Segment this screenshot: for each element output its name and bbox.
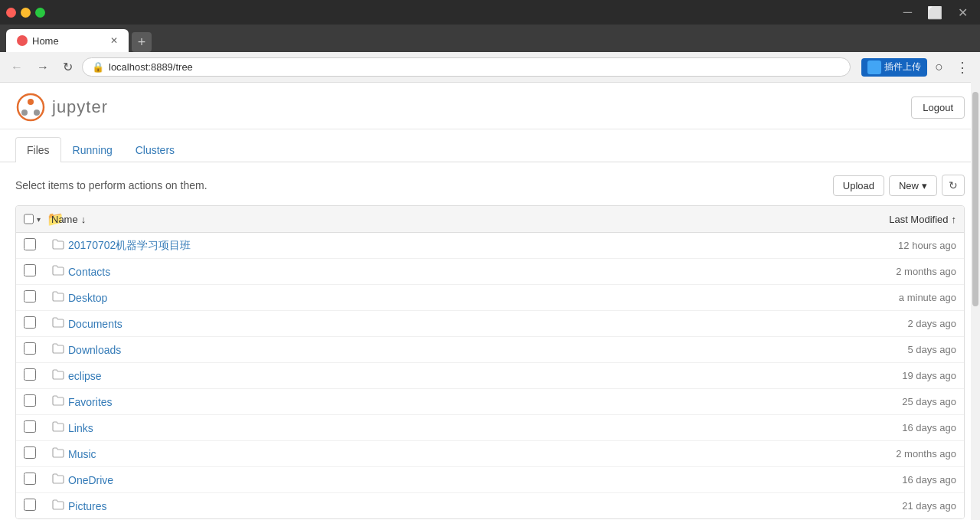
file-rows-container: 20170702机器学习项目班 12 hours ago Contacts 2 … bbox=[16, 233, 964, 518]
new-button[interactable]: New ▾ bbox=[889, 175, 937, 196]
table-row: Music 2 months ago bbox=[16, 441, 964, 467]
select-dropdown-arrow[interactable]: ▾ bbox=[37, 215, 41, 224]
jupyter-logo: jupyter bbox=[15, 92, 108, 123]
table-row: Links 16 days ago bbox=[16, 415, 964, 441]
select-all-checkbox[interactable] bbox=[24, 213, 34, 225]
folder-icon bbox=[51, 263, 65, 280]
row-name-cell: Music bbox=[68, 448, 834, 460]
row-modified-cell: 21 days ago bbox=[834, 500, 956, 512]
forward-button[interactable]: → bbox=[32, 57, 54, 77]
row-modified-cell: 16 days ago bbox=[834, 422, 956, 433]
header-check-area: ▾ 📁 bbox=[24, 211, 51, 227]
table-row: Documents 2 days ago bbox=[16, 311, 964, 337]
select-info: Select items to perform actions on them. bbox=[15, 179, 207, 191]
row-modified-cell: 2 days ago bbox=[834, 318, 956, 329]
file-table: ▾ 📁 Name ↓ Last Modified ↑ bbox=[15, 205, 965, 519]
row-name-cell: 20170702机器学习项目班 bbox=[68, 239, 834, 253]
folder-icon bbox=[51, 394, 65, 410]
reload-button[interactable]: ↻ bbox=[58, 57, 77, 77]
row-name-link[interactable]: eclipse bbox=[68, 370, 102, 382]
row-name-link[interactable]: Desktop bbox=[68, 292, 107, 304]
maximize-btn[interactable]: ⬜ bbox=[921, 4, 949, 21]
tab-running[interactable]: Running bbox=[61, 137, 124, 162]
row-modified-cell: 12 hours ago bbox=[834, 240, 956, 251]
row-name-link[interactable]: Contacts bbox=[68, 266, 110, 278]
row-checkbox-cell bbox=[24, 316, 51, 331]
table-row: Favorites 25 days ago bbox=[16, 389, 964, 415]
col-modified-label: Last Modified bbox=[889, 214, 948, 225]
row-checkbox-cell bbox=[24, 238, 51, 253]
row-checkbox[interactable] bbox=[24, 316, 36, 329]
row-name-link[interactable]: Favorites bbox=[68, 396, 113, 408]
row-checkbox[interactable] bbox=[24, 499, 36, 511]
jupyter-header: jupyter Logout bbox=[0, 83, 980, 129]
row-name-link[interactable]: Music bbox=[68, 448, 96, 460]
row-checkbox-cell bbox=[24, 342, 51, 357]
row-name-cell: Pictures bbox=[68, 500, 834, 512]
row-checkbox[interactable] bbox=[24, 238, 36, 250]
row-name-link[interactable]: OneDrive bbox=[68, 474, 113, 486]
row-checkbox-cell bbox=[24, 368, 51, 383]
row-name-cell: Favorites bbox=[68, 396, 834, 408]
row-checkbox[interactable] bbox=[24, 264, 36, 276]
refresh-button[interactable]: ↻ bbox=[942, 175, 965, 196]
row-checkbox[interactable] bbox=[24, 473, 36, 485]
new-button-label: New bbox=[899, 180, 919, 191]
row-name-cell: eclipse bbox=[68, 370, 834, 382]
table-row: Contacts 2 months ago bbox=[16, 259, 964, 285]
svg-point-0 bbox=[18, 94, 44, 120]
folder-icon bbox=[51, 420, 65, 436]
folder-icon bbox=[51, 237, 65, 253]
col-modified-sort-icon: ↑ bbox=[952, 214, 957, 225]
folder-icon bbox=[51, 289, 65, 306]
tab-clusters[interactable]: Clusters bbox=[124, 137, 186, 162]
upload-button[interactable]: Upload bbox=[833, 175, 884, 196]
logout-button[interactable]: Logout bbox=[911, 96, 965, 119]
back-button[interactable]: ← bbox=[6, 57, 28, 77]
address-text: localhost:8889/tree bbox=[109, 61, 841, 73]
col-modified-header[interactable]: Last Modified ↑ bbox=[834, 214, 956, 225]
folder-icon bbox=[51, 316, 65, 332]
browser-tab-home[interactable]: Home ✕ bbox=[6, 29, 129, 52]
row-name-cell: Desktop bbox=[68, 292, 834, 304]
row-name-link[interactable]: Downloads bbox=[68, 344, 121, 356]
scrollbar-thumb[interactable] bbox=[972, 92, 978, 306]
extension-button[interactable]: 插件上传 bbox=[861, 58, 927, 77]
row-checkbox[interactable] bbox=[24, 420, 36, 433]
tabs-nav: Files Running Clusters bbox=[0, 137, 980, 162]
row-checkbox[interactable] bbox=[24, 446, 36, 459]
folder-icon bbox=[51, 342, 65, 358]
table-header: ▾ 📁 Name ↓ Last Modified ↑ bbox=[16, 206, 964, 233]
address-bar[interactable]: 🔒 localhost:8889/tree bbox=[82, 57, 851, 77]
table-row: 20170702机器学习项目班 12 hours ago bbox=[16, 233, 964, 259]
minimize-btn[interactable]: ─ bbox=[897, 4, 918, 21]
row-checkbox-cell bbox=[24, 420, 51, 435]
folder-icon bbox=[51, 446, 65, 462]
row-modified-cell: 5 days ago bbox=[834, 344, 956, 355]
row-name-cell: OneDrive bbox=[68, 474, 834, 486]
row-checkbox[interactable] bbox=[24, 342, 36, 355]
folder-icon bbox=[51, 368, 65, 384]
extension-icon bbox=[867, 61, 881, 74]
row-modified-cell: a minute ago bbox=[834, 292, 956, 303]
row-checkbox[interactable] bbox=[24, 394, 36, 407]
col-name-header[interactable]: Name ↓ bbox=[51, 214, 834, 225]
table-row: Pictures 21 days ago bbox=[16, 493, 964, 518]
scrollbar-track[interactable] bbox=[971, 52, 980, 520]
tab-close-icon[interactable]: ✕ bbox=[110, 35, 118, 46]
row-name-link[interactable]: 20170702机器学习项目班 bbox=[68, 239, 191, 251]
new-dropdown-icon: ▾ bbox=[922, 180, 927, 191]
row-name-link[interactable]: Links bbox=[68, 422, 93, 434]
new-tab-button[interactable]: + bbox=[132, 32, 152, 52]
row-name-link[interactable]: Documents bbox=[68, 318, 122, 330]
row-name-link[interactable]: Pictures bbox=[68, 500, 107, 512]
row-checkbox[interactable] bbox=[24, 368, 36, 381]
row-modified-cell: 16 days ago bbox=[834, 474, 956, 486]
close-btn[interactable]: ✕ bbox=[952, 4, 974, 21]
tab-files[interactable]: Files bbox=[15, 137, 61, 162]
content-area: Select items to perform actions on them.… bbox=[0, 162, 980, 520]
row-checkbox[interactable] bbox=[24, 290, 36, 303]
folder-icon bbox=[51, 498, 65, 514]
action-buttons: Upload New ▾ ↻ bbox=[833, 175, 965, 196]
profile-button[interactable]: ○ bbox=[930, 57, 948, 77]
